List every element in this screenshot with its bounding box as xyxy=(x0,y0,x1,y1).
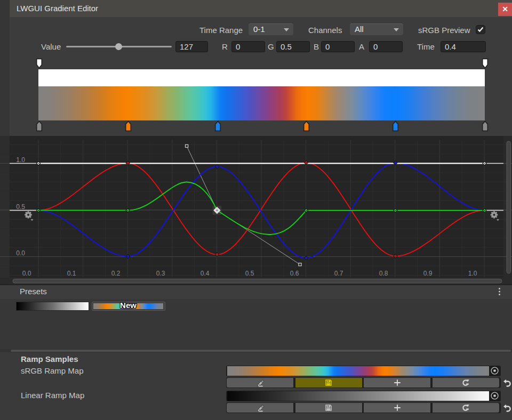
svg-text:0.3: 0.3 xyxy=(156,270,165,277)
svg-text:0.2: 0.2 xyxy=(111,270,121,277)
svg-text:0.0: 0.0 xyxy=(22,270,31,277)
svg-text:0.5: 0.5 xyxy=(245,270,254,277)
svg-text:0.0: 0.0 xyxy=(16,249,25,257)
svg-text:0.4: 0.4 xyxy=(201,270,210,277)
svg-text:0.7: 0.7 xyxy=(334,270,343,277)
svg-text:0.1: 0.1 xyxy=(67,270,76,277)
svg-text:0.8: 0.8 xyxy=(379,270,388,277)
svg-text:1.0: 1.0 xyxy=(16,156,25,164)
svg-text:0.9: 0.9 xyxy=(423,270,433,277)
svg-text:1.0: 1.0 xyxy=(468,270,477,277)
svg-text:0.5: 0.5 xyxy=(16,203,25,211)
svg-text:0.6: 0.6 xyxy=(290,270,299,277)
